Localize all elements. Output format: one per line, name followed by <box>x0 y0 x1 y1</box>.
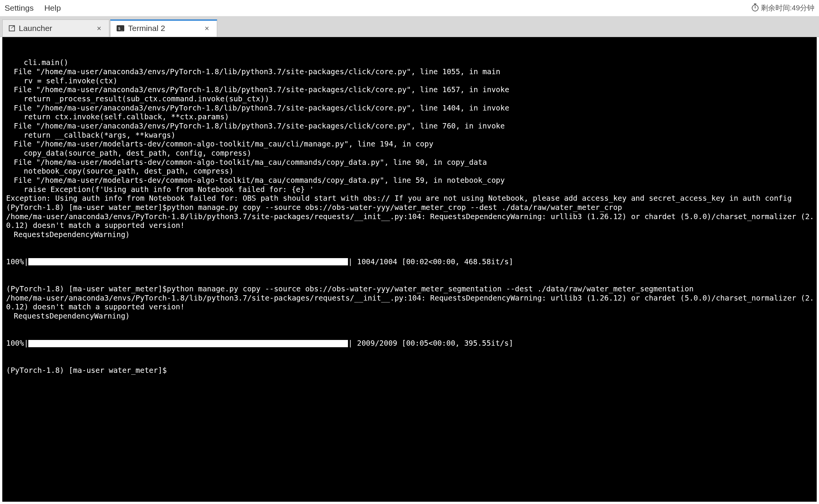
progress-fill <box>28 258 348 265</box>
menu-help[interactable]: Help <box>44 3 61 13</box>
progress-stats: | 1004/1004 [00:02<00:00, 468.58it/s] <box>348 257 513 267</box>
progress-pct: 100% <box>6 339 24 348</box>
terminal-line: return _process_result(sub_ctx.command.i… <box>6 94 814 104</box>
terminal-line: /home/ma-user/anaconda3/envs/PyTorch-1.8… <box>6 212 814 230</box>
terminal-line: (PyTorch-1.8) [ma-user water_meter]$pyth… <box>6 285 814 294</box>
terminal-line: Exception: Using auth info from Notebook… <box>6 194 814 203</box>
tab-label: Terminal 2 <box>128 24 165 33</box>
terminal-line: cli.main() <box>6 58 814 67</box>
menu-bar: Settings Help 剩余时间:49分钟 <box>0 0 819 16</box>
terminal-line: raise Exception(f'Using auth info from N… <box>6 185 814 194</box>
terminal-line: File "/home/ma-user/anaconda3/envs/PyTor… <box>6 67 814 76</box>
progress-pct: 100% <box>6 257 24 267</box>
remaining-time: 剩余时间:49分钟 <box>752 3 814 13</box>
terminal-line: copy_data(source_path, dest_path, config… <box>6 149 814 158</box>
terminal-line: File "/home/ma-user/anaconda3/envs/PyTor… <box>6 85 814 94</box>
tab-strip: Launcher × $_ Terminal 2 × <box>0 16 819 37</box>
terminal-line: (PyTorch-1.8) [ma-user water_meter]$pyth… <box>6 203 814 212</box>
tab-terminal-2[interactable]: $_ Terminal 2 × <box>110 20 217 37</box>
terminal-line: rv = self.invoke(ctx) <box>6 76 814 86</box>
terminal-line: RequestsDependencyWarning) <box>6 312 814 321</box>
terminal-line: return __callback(*args, **kwargs) <box>6 131 814 140</box>
menu-left: Settings Help <box>5 3 61 13</box>
progress-stats: | 2009/2009 [00:05<00:00, 395.55it/s] <box>348 339 513 348</box>
progress-fill <box>28 340 348 347</box>
terminal-line: File "/home/ma-user/anaconda3/envs/PyTor… <box>6 122 814 131</box>
terminal-line: RequestsDependencyWarning) <box>6 230 814 239</box>
terminal-line: File "/home/ma-user/anaconda3/envs/PyTor… <box>6 104 814 113</box>
tab-label: Launcher <box>19 24 52 33</box>
terminal-icon: $_ <box>117 25 124 31</box>
timer-icon <box>752 5 759 11</box>
terminal-line: File "/home/ma-user/modelarts-dev/common… <box>6 140 814 149</box>
launcher-icon <box>9 25 15 31</box>
remaining-time-text: 剩余时间:49分钟 <box>761 3 814 13</box>
progress-bar-2: 100%|| 2009/2009 [00:05<00:00, 395.55it/… <box>6 339 814 348</box>
close-icon[interactable]: × <box>203 24 211 33</box>
prompt-line[interactable]: (PyTorch-1.8) [ma-user water_meter]$ <box>6 366 814 375</box>
close-icon[interactable]: × <box>95 24 103 33</box>
terminal-line: notebook_copy(source_path, dest_path, co… <box>6 167 814 176</box>
terminal-output[interactable]: cli.main()File "/home/ma-user/anaconda3/… <box>2 37 817 502</box>
menu-settings[interactable]: Settings <box>5 3 34 13</box>
terminal-line: File "/home/ma-user/modelarts-dev/common… <box>6 158 814 167</box>
terminal-line: return ctx.invoke(self.callback, **ctx.p… <box>6 112 814 122</box>
terminal-line: /home/ma-user/anaconda3/envs/PyTorch-1.8… <box>6 294 814 312</box>
terminal-line: File "/home/ma-user/modelarts-dev/common… <box>6 176 814 185</box>
progress-bar-1: 100%|| 1004/1004 [00:02<00:00, 468.58it/… <box>6 257 814 267</box>
tab-launcher[interactable]: Launcher × <box>2 20 109 37</box>
